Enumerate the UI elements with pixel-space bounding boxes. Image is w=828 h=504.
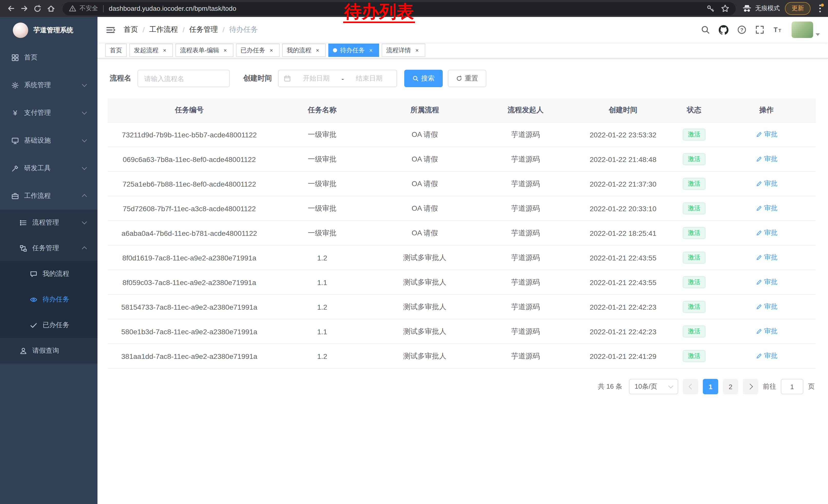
github-icon[interactable]: [719, 25, 729, 35]
password-key-icon[interactable]: [706, 4, 715, 12]
approve-link[interactable]: 审批: [755, 278, 778, 287]
filter-form: 流程名 创建时间 开始日期 - 结束日期 搜索 重置: [110, 70, 816, 87]
close-icon[interactable]: ×: [314, 47, 321, 54]
screen: 不安全 dashboard.yudao.iocoder.cn/bpm/task/…: [0, 0, 828, 504]
hamburger-icon[interactable]: [106, 25, 115, 35]
approve-link[interactable]: 审批: [755, 179, 778, 188]
total-count: 共 16 条: [598, 382, 622, 391]
update-button[interactable]: 更新: [785, 2, 811, 15]
page-button-2[interactable]: 2: [723, 379, 738, 394]
font-size-icon[interactable]: TT: [773, 25, 783, 34]
sidebar-item-label: 已办任务: [43, 320, 69, 330]
sidebar-item-leave-query[interactable]: 请假查询: [0, 338, 97, 364]
home-icon[interactable]: [44, 2, 57, 15]
tab-done-task[interactable]: 已办任务×: [236, 44, 280, 57]
cell-task-id: a6aba0a4-7b6d-11ec-b781-acde48001122: [108, 221, 271, 245]
reset-button[interactable]: 重置: [448, 70, 486, 87]
table-row: 069c6a63-7b8a-11ec-8ef0-acde48001122一级审批…: [108, 147, 816, 172]
table-body: 73211d9d-7b9b-11ec-b5b7-acde48001122一级审批…: [108, 122, 816, 368]
sidebar-item-home[interactable]: 首页: [0, 44, 97, 71]
approve-link[interactable]: 审批: [755, 228, 778, 238]
cell-action: 审批: [717, 221, 816, 245]
close-icon[interactable]: ×: [413, 47, 421, 54]
cell-task-id: 73211d9d-7b9b-11ec-b5b7-acde48001122: [108, 122, 271, 147]
sidebar-item-infrastructure[interactable]: 基础设施: [0, 127, 97, 154]
breadcrumb-item-workflow[interactable]: 工作流程: [149, 25, 178, 34]
sidebar-item-label: 系统管理: [24, 81, 51, 90]
approve-link[interactable]: 审批: [755, 352, 778, 361]
column-header-action: 操作: [717, 98, 816, 122]
sidebar-item-task-management[interactable]: 任务管理: [0, 235, 97, 261]
date-range-picker[interactable]: 开始日期 - 结束日期: [278, 70, 397, 87]
cell-action: 审批: [717, 172, 816, 196]
avatar[interactable]: [792, 21, 813, 38]
tab-my-process[interactable]: 我的流程×: [282, 44, 326, 57]
tab-todo-task[interactable]: 待办任务×: [328, 44, 379, 57]
browser-menu-icon[interactable]: [816, 3, 824, 14]
sidebar-item-todo-task[interactable]: 待办任务: [0, 287, 97, 312]
bookmark-star-icon[interactable]: [721, 4, 730, 13]
sidebar-item-payment[interactable]: ¥ 支付管理: [0, 99, 97, 127]
sidebar-item-label: 流程管理: [32, 218, 59, 227]
cell-process: 测试多审批人: [373, 294, 476, 319]
tab-form-edit[interactable]: 流程表单-编辑×: [175, 44, 234, 57]
gear-icon: [11, 81, 19, 89]
table-row: 75d72608-7b7f-11ec-a3c8-acde48001122一级审批…: [108, 196, 816, 221]
search-icon[interactable]: [701, 25, 710, 34]
next-page-button[interactable]: [743, 379, 758, 394]
tab-start-process[interactable]: 发起流程×: [129, 44, 173, 57]
cell-status: 激活: [671, 270, 717, 294]
close-icon[interactable]: ×: [367, 47, 374, 54]
sidebar-item-done-task[interactable]: 已办任务: [0, 312, 97, 338]
chevron-down-icon: [668, 383, 673, 388]
page-content: 流程名 创建时间 开始日期 - 结束日期 搜索 重置: [97, 58, 828, 394]
cell-status: 激活: [671, 221, 717, 245]
approve-link[interactable]: 审批: [755, 204, 778, 213]
sidebar-item-devtools[interactable]: 研发工具: [0, 154, 97, 182]
close-icon[interactable]: ×: [222, 47, 229, 54]
fullscreen-icon[interactable]: [755, 25, 764, 34]
approve-link[interactable]: 审批: [755, 154, 778, 164]
cell-create-time: 2022-01-22 21:37:30: [575, 172, 671, 196]
list-tree-icon: [19, 219, 28, 226]
cell-starter: 芋道源码: [476, 319, 575, 344]
yen-icon: ¥: [11, 109, 19, 117]
sidebar-item-my-process[interactable]: 我的流程: [0, 261, 97, 287]
sidebar-item-process-management[interactable]: 流程管理: [0, 210, 97, 235]
approve-link[interactable]: 审批: [755, 130, 778, 139]
prev-page-button[interactable]: [683, 379, 698, 394]
close-icon[interactable]: ×: [268, 47, 275, 54]
create-time-label: 创建时间: [243, 74, 272, 83]
approve-link[interactable]: 审批: [755, 327, 778, 336]
breadcrumb-item-task-management[interactable]: 任务管理: [189, 25, 218, 34]
approve-link[interactable]: 审批: [755, 302, 778, 312]
sidebar-item-system[interactable]: 系统管理: [0, 71, 97, 99]
page-jump-input[interactable]: [781, 379, 803, 394]
url-text[interactable]: dashboard.yudao.iocoder.cn/bpm/task/todo: [109, 5, 236, 12]
chevron-down-icon: [82, 109, 87, 114]
close-icon[interactable]: ×: [161, 47, 168, 54]
app-logo[interactable]: 芋道管理系统: [0, 17, 97, 44]
tabs-bar: 首页 发起流程× 流程表单-编辑× 已办任务× 我的流程× 待办任务× 流程详情…: [97, 43, 828, 58]
approve-link[interactable]: 审批: [755, 253, 778, 262]
cell-status: 激活: [671, 147, 717, 172]
forward-icon[interactable]: [17, 2, 31, 15]
status-badge: 激活: [683, 129, 705, 140]
tab-process-detail[interactable]: 流程详情×: [382, 44, 425, 57]
reload-icon[interactable]: [31, 2, 44, 15]
tab-home[interactable]: 首页: [105, 44, 127, 57]
breadcrumb-item-home[interactable]: 首页: [124, 25, 138, 34]
navbar: 首页 / 工作流程 / 任务管理 / 待办任务 ?: [97, 17, 828, 43]
cell-process: 测试多审批人: [373, 344, 476, 368]
sidebar-item-workflow[interactable]: 工作流程: [0, 182, 97, 210]
monitor-icon: [11, 137, 19, 144]
user-menu[interactable]: [792, 21, 820, 38]
security-label[interactable]: 不安全: [80, 4, 98, 13]
help-icon[interactable]: ?: [737, 25, 746, 34]
back-icon[interactable]: [4, 2, 17, 15]
page-button-1[interactable]: 1: [703, 379, 718, 394]
process-name-input[interactable]: [137, 70, 230, 87]
search-button[interactable]: 搜索: [404, 70, 443, 87]
page-size-select[interactable]: 10条/页: [629, 379, 678, 394]
main-area: 首页 / 工作流程 / 任务管理 / 待办任务 ?: [97, 17, 828, 504]
